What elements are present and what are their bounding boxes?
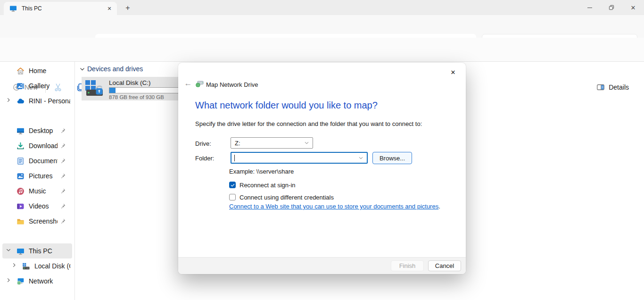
map-network-drive-dialog: ✕ ← Map Network Drive What network folde… <box>178 63 466 274</box>
chevron-spacer <box>4 172 12 180</box>
map-network-drive-icon <box>195 80 204 88</box>
dialog-close-icon[interactable]: ✕ <box>447 67 459 78</box>
pin-icon <box>59 142 66 149</box>
sidebar-item-label: Screenshots <box>29 217 58 225</box>
sidebar-item-label: Pictures <box>29 172 58 180</box>
dialog-back-button[interactable]: ← <box>182 78 194 89</box>
chevron-right-icon[interactable] <box>4 97 12 105</box>
sidebar-item-desktop[interactable]: Desktop <box>2 123 72 138</box>
chevron-spacer <box>4 142 12 150</box>
link-suffix: . <box>438 203 440 210</box>
sidebar-item-label: Local Disk (C:) <box>34 262 70 270</box>
pin-icon <box>59 158 66 164</box>
cancel-button[interactable]: Cancel <box>428 260 461 271</box>
details-pane-icon <box>596 83 605 92</box>
checkbox-row-connect-using-different-credentials[interactable]: Connect using different credentials <box>229 191 334 203</box>
onedrive-icon <box>17 97 25 105</box>
restore-icon <box>609 5 614 10</box>
sidebar-item-pictures[interactable]: Pictures <box>2 168 72 183</box>
sidebar-item-local-disk-c[interactable]: Local Disk (C:) <box>2 258 72 274</box>
chevron-down-icon[interactable] <box>358 155 363 160</box>
sidebar-item-documents[interactable]: Documents <box>2 153 72 168</box>
sidebar-item-gallery[interactable]: Gallery <box>2 78 72 93</box>
sidebar-gap <box>0 108 74 123</box>
finish-button[interactable]: Finish <box>391 260 424 271</box>
sidebar-item-videos[interactable]: Videos <box>2 199 72 214</box>
sidebar-item-label: Music <box>29 187 58 195</box>
drive-select[interactable]: Z: <box>231 137 313 149</box>
navigation-pane: HomeGalleryRINI - PersonalDesktopDownloa… <box>0 63 74 289</box>
folder-label: Folder: <box>195 155 214 162</box>
sidebar-item-label: This PC <box>29 247 70 255</box>
sidebar-item-rini-personal[interactable]: RINI - Personal <box>2 93 72 108</box>
group-header-label: Devices and drives <box>87 65 143 73</box>
chevron-right-icon[interactable] <box>4 277 12 285</box>
this-pc-tab-icon <box>9 5 17 12</box>
sidebar-item-screenshots[interactable]: Screenshots <box>2 214 72 229</box>
browse-button[interactable]: Browse... <box>372 152 412 164</box>
videos-icon <box>17 202 25 210</box>
new-tab-button[interactable]: + <box>122 2 134 14</box>
file-explorer-window: This PC ✕ + ✕ ← → ↑ <box>0 0 644 300</box>
chevron-down-icon[interactable] <box>79 66 85 72</box>
checkbox-unchecked-icon[interactable] <box>229 194 236 200</box>
sidebar-item-music[interactable]: Music <box>2 183 72 199</box>
sidebar-item-downloads[interactable]: Downloads <box>2 138 72 153</box>
pin-icon <box>59 203 66 209</box>
minimize-icon <box>587 8 592 8</box>
chevron-spacer <box>4 217 12 225</box>
chevron-spacer <box>4 127 12 135</box>
pictures-icon <box>17 172 25 180</box>
command-toolbar: New <box>0 38 644 62</box>
tab-this-pc[interactable]: This PC ✕ <box>4 2 117 15</box>
chevron-spacer <box>4 157 12 165</box>
pin-icon <box>59 218 66 225</box>
sidebar-item-this-pc[interactable]: This PC <box>2 243 72 258</box>
desktop-icon <box>17 127 25 135</box>
chevron-spacer <box>4 187 12 195</box>
sidebar-item-label: Gallery <box>29 82 70 90</box>
tab-title: This PC <box>22 5 105 12</box>
home-icon <box>17 67 25 75</box>
pin-icon <box>59 127 66 134</box>
sidebar-item-label: Videos <box>29 202 58 210</box>
chevron-spacer <box>4 67 12 75</box>
chevron-spacer <box>4 202 12 210</box>
chevron-down-icon <box>304 141 309 146</box>
close-window-button[interactable]: ✕ <box>622 0 644 15</box>
drive-usage-fill <box>109 88 116 93</box>
local-disk-bitlocker-icon <box>84 79 106 99</box>
documents-icon <box>17 157 25 165</box>
chevron-spacer <box>4 82 12 90</box>
chevron-down-icon[interactable] <box>4 247 12 255</box>
music-icon <box>17 187 25 195</box>
folder-input[interactable] <box>231 153 355 163</box>
pin-icon <box>59 188 66 194</box>
checkbox-label: Reconnect at sign-in <box>239 182 296 189</box>
maximize-restore-button[interactable] <box>601 0 622 15</box>
checkbox-row-reconnect-at-sign-in[interactable]: Reconnect at sign-in <box>229 179 334 191</box>
window-controls: ✕ <box>579 0 644 15</box>
sidebar-item-label: Home <box>29 67 70 75</box>
sidebar-item-label: Downloads <box>29 142 58 150</box>
sidebar-item-label: Documents <box>29 157 58 165</box>
devices-and-drives-group[interactable]: Devices and drives <box>79 65 143 73</box>
drive-label: Drive: <box>195 140 211 147</box>
thispc-icon <box>17 247 25 255</box>
network-icon <box>17 277 25 285</box>
sidebar-item-label: Desktop <box>29 127 58 134</box>
details-pane-button[interactable]: Details <box>593 79 633 95</box>
navigation-bar: ← → ↑ This PC <box>0 15 644 38</box>
dialog-title: Map Network Drive <box>206 81 258 88</box>
minimize-button[interactable] <box>579 0 601 15</box>
web-site-link-row: Connect to a Web site that you can use t… <box>229 203 440 210</box>
dialog-checkboxes: Reconnect at sign-inConnect using differ… <box>229 179 334 203</box>
chevron-right-icon[interactable] <box>10 262 18 270</box>
tab-close-icon[interactable]: ✕ <box>105 4 114 13</box>
dialog-heading: What network folder would you like to ma… <box>195 100 378 111</box>
connect-web-site-link[interactable]: Connect to a Web site that you can use t… <box>229 203 438 210</box>
checkbox-checked-icon[interactable] <box>229 182 236 188</box>
sidebar-item-home[interactable]: Home <box>2 63 72 78</box>
sidebar-item-network[interactable]: Network <box>2 274 72 289</box>
gallery-icon <box>17 82 25 90</box>
